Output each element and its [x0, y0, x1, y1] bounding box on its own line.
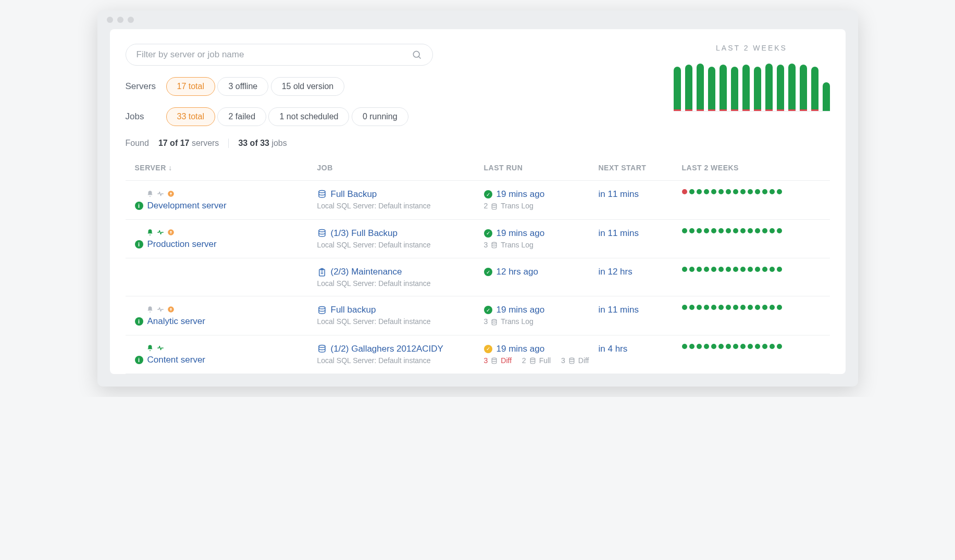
history-dot[interactable] [682, 344, 687, 349]
history-dot[interactable] [704, 344, 709, 349]
lastrun-link[interactable]: 12 hrs ago [497, 267, 538, 277]
history-dot[interactable] [762, 267, 767, 272]
history-dot[interactable] [762, 344, 767, 349]
history-dot[interactable] [704, 305, 709, 310]
history-dot[interactable] [733, 305, 738, 310]
search-icon[interactable] [412, 49, 422, 60]
job-pill-0[interactable]: 33 total [166, 107, 215, 126]
history-dot[interactable] [718, 189, 724, 194]
info-icon[interactable]: i [135, 202, 143, 210]
job-link[interactable]: Full Backup [331, 189, 377, 200]
history-dot[interactable] [777, 267, 782, 272]
history-dot[interactable] [777, 189, 782, 194]
history-dot[interactable] [711, 267, 716, 272]
history-dot[interactable] [689, 228, 694, 233]
history-dot[interactable] [689, 267, 694, 272]
history-dot[interactable] [740, 305, 746, 310]
job-pill-2[interactable]: 1 not scheduled [268, 107, 349, 126]
history-dot[interactable] [697, 189, 702, 194]
history-dot[interactable] [682, 228, 687, 233]
history-dot[interactable] [733, 189, 738, 194]
job-pill-3[interactable]: 0 running [352, 107, 408, 126]
history-dot[interactable] [718, 305, 724, 310]
job-link[interactable]: Full backup [331, 305, 376, 315]
history-dot[interactable] [770, 189, 775, 194]
history-dot[interactable] [711, 344, 716, 349]
history-dot[interactable] [697, 305, 702, 310]
job-link[interactable]: (1/3) Full Backup [331, 228, 398, 239]
history-dot[interactable] [726, 305, 731, 310]
history-dot[interactable] [704, 267, 709, 272]
history-dot[interactable] [733, 228, 738, 233]
server-pill-1[interactable]: 3 offline [217, 77, 268, 96]
col-lastrun[interactable]: LAST RUN [484, 164, 599, 172]
col-server[interactable]: SERVER ↓ [135, 164, 317, 172]
history-dot[interactable] [777, 228, 782, 233]
history-dot[interactable] [718, 228, 724, 233]
col-job[interactable]: JOB [317, 164, 484, 172]
history-dot[interactable] [689, 305, 694, 310]
traffic-light-min[interactable] [117, 17, 123, 23]
history-dot[interactable] [770, 267, 775, 272]
history-dot[interactable] [755, 189, 760, 194]
history-dot[interactable] [697, 228, 702, 233]
history-dot[interactable] [748, 189, 753, 194]
server-link[interactable]: Production server [147, 239, 217, 250]
history-dot[interactable] [726, 228, 731, 233]
lastrun-link[interactable]: 19 mins ago [497, 344, 545, 354]
search-input[interactable] [137, 49, 412, 60]
history-dot[interactable] [777, 305, 782, 310]
traffic-light-max[interactable] [128, 17, 134, 23]
history-dot[interactable] [733, 267, 738, 272]
job-pill-1[interactable]: 2 failed [217, 107, 266, 126]
server-link[interactable]: Content server [147, 355, 206, 365]
history-dot[interactable] [755, 267, 760, 272]
history-dot[interactable] [689, 344, 694, 349]
col-next[interactable]: NEXT START [599, 164, 682, 172]
history-dot[interactable] [755, 344, 760, 349]
history-dot[interactable] [740, 267, 746, 272]
history-dot[interactable] [682, 267, 687, 272]
history-dot[interactable] [762, 228, 767, 233]
server-link[interactable]: Analytic server [147, 316, 205, 327]
job-link[interactable]: (2/3) Maintenance [331, 267, 402, 277]
history-dot[interactable] [748, 344, 753, 349]
history-dot[interactable] [740, 344, 746, 349]
history-dot[interactable] [726, 344, 731, 349]
history-dot[interactable] [733, 344, 738, 349]
history-dot[interactable] [770, 305, 775, 310]
server-pill-2[interactable]: 15 old version [271, 77, 345, 96]
history-dot[interactable] [762, 305, 767, 310]
history-dot[interactable] [718, 344, 724, 349]
history-dot[interactable] [718, 267, 724, 272]
info-icon[interactable]: i [135, 240, 143, 248]
history-dot[interactable] [748, 267, 753, 272]
lastrun-link[interactable]: 19 mins ago [497, 228, 545, 239]
col-weeks[interactable]: LAST 2 WEEKS [682, 164, 821, 172]
history-dot[interactable] [755, 305, 760, 310]
history-dot[interactable] [726, 189, 731, 194]
job-link[interactable]: (1/2) Gallaghers 2012ACIDY [331, 344, 443, 354]
history-dot[interactable] [711, 228, 716, 233]
history-dot[interactable] [777, 344, 782, 349]
history-dot[interactable] [770, 344, 775, 349]
history-dot[interactable] [748, 228, 753, 233]
history-dot[interactable] [704, 228, 709, 233]
history-dot[interactable] [755, 228, 760, 233]
history-dot[interactable] [682, 189, 687, 194]
history-dot[interactable] [682, 305, 687, 310]
history-dot[interactable] [740, 189, 746, 194]
history-dot[interactable] [711, 189, 716, 194]
history-dot[interactable] [770, 228, 775, 233]
server-link[interactable]: Development server [147, 201, 227, 211]
history-dot[interactable] [697, 344, 702, 349]
info-icon[interactable]: i [135, 317, 143, 326]
history-dot[interactable] [762, 189, 767, 194]
history-dot[interactable] [689, 189, 694, 194]
history-dot[interactable] [726, 267, 731, 272]
history-dot[interactable] [704, 189, 709, 194]
history-dot[interactable] [748, 305, 753, 310]
traffic-light-close[interactable] [107, 17, 113, 23]
history-dot[interactable] [711, 305, 716, 310]
lastrun-link[interactable]: 19 mins ago [497, 189, 545, 200]
